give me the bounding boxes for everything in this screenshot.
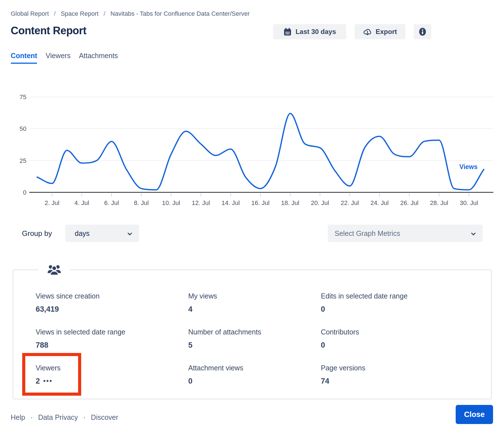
svg-text:6. Jul: 6. Jul bbox=[104, 199, 119, 206]
stat-edits-in-range: Edits in selected date range 0 bbox=[321, 292, 408, 314]
page-title: Content Report bbox=[11, 25, 87, 37]
data-privacy-link[interactable]: Data Privacy bbox=[38, 413, 78, 421]
stat-page-versions: Page versions 74 bbox=[321, 364, 365, 386]
stat-attachment-views: Attachment views 0 bbox=[188, 364, 243, 386]
date-range-button[interactable]: Last 30 days bbox=[273, 24, 346, 39]
cloud-download-icon bbox=[363, 27, 372, 36]
footer-separator: · bbox=[80, 413, 89, 421]
svg-text:22. Jul: 22. Jul bbox=[341, 199, 359, 206]
svg-text:75: 75 bbox=[20, 94, 26, 101]
svg-text:2. Jul: 2. Jul bbox=[45, 199, 60, 206]
stat-value: 5 bbox=[188, 341, 261, 350]
svg-text:0: 0 bbox=[23, 189, 26, 196]
calendar-icon bbox=[283, 28, 292, 36]
svg-text:18. Jul: 18. Jul bbox=[281, 199, 299, 206]
stat-value: 74 bbox=[321, 377, 365, 386]
svg-text:28. Jul: 28. Jul bbox=[430, 199, 448, 206]
tab-content[interactable]: Content bbox=[11, 52, 37, 64]
group-by-label: Group by bbox=[22, 225, 52, 242]
stats-card: Views since creation 63,419 My views 4 E… bbox=[13, 270, 492, 399]
breadcrumb-page[interactable]: Navitabs - Tabs for Confluence Data Cent… bbox=[110, 10, 250, 17]
tab-attachments[interactable]: Attachments bbox=[79, 52, 118, 64]
svg-text:16. Jul: 16. Jul bbox=[251, 199, 270, 206]
svg-text:8. Jul: 8. Jul bbox=[134, 199, 149, 206]
people-group-icon bbox=[47, 264, 61, 276]
date-range-label: Last 30 days bbox=[296, 28, 336, 36]
svg-text:26. Jul: 26. Jul bbox=[400, 199, 419, 206]
stat-label: Views since creation bbox=[36, 292, 99, 300]
tab-viewers[interactable]: Viewers bbox=[46, 52, 70, 64]
stat-my-views: My views 4 bbox=[188, 292, 217, 314]
breadcrumb-global-report[interactable]: Global Report bbox=[11, 10, 49, 17]
stat-views-since-creation: Views since creation 63,419 bbox=[36, 292, 99, 314]
stat-value: 2 ••• bbox=[36, 377, 60, 386]
stat-views-in-range: Views in selected date range 788 bbox=[36, 328, 125, 350]
stat-label: Number of attachments bbox=[188, 328, 261, 336]
svg-text:10. Jul: 10. Jul bbox=[162, 199, 180, 206]
info-icon bbox=[418, 27, 427, 36]
svg-text:50: 50 bbox=[20, 125, 26, 132]
breadcrumb-separator: / bbox=[51, 10, 59, 17]
svg-text:Views: Views bbox=[459, 163, 478, 170]
stat-value: 63,419 bbox=[36, 305, 99, 314]
help-link[interactable]: Help bbox=[11, 413, 25, 421]
views-line-chart: 02550752. Jul4. Jul6. Jul8. Jul10. Jul12… bbox=[11, 70, 494, 211]
svg-text:20. Jul: 20. Jul bbox=[311, 199, 329, 206]
stat-value: 4 bbox=[188, 305, 217, 314]
export-label: Export bbox=[376, 28, 397, 36]
stat-label: Attachment views bbox=[188, 364, 243, 372]
breadcrumb-space-report[interactable]: Space Report bbox=[61, 10, 99, 17]
stat-value: 0 bbox=[188, 377, 243, 386]
info-button[interactable] bbox=[414, 24, 431, 39]
svg-text:30. Jul: 30. Jul bbox=[460, 199, 478, 206]
stat-label: Edits in selected date range bbox=[321, 292, 408, 300]
svg-text:24. Jul: 24. Jul bbox=[371, 199, 389, 206]
stat-value: 0 bbox=[321, 341, 359, 350]
stat-label: Views in selected date range bbox=[36, 328, 125, 336]
stat-viewers: Viewers 2 ••• bbox=[36, 364, 60, 386]
chevron-down-icon bbox=[470, 231, 476, 239]
stat-label: My views bbox=[188, 292, 217, 300]
svg-text:14. Jul: 14. Jul bbox=[222, 199, 240, 206]
group-by-value: days bbox=[75, 229, 90, 238]
breadcrumb-separator: / bbox=[100, 10, 109, 17]
svg-text:12. Jul: 12. Jul bbox=[192, 199, 210, 206]
stat-label: Contributors bbox=[321, 328, 359, 336]
card-icon-patch bbox=[38, 263, 70, 277]
chevron-down-icon bbox=[127, 231, 133, 239]
show-more-viewers-button[interactable]: ••• bbox=[43, 378, 53, 384]
viewers-count: 2 bbox=[36, 377, 40, 386]
graph-metrics-placeholder: Select Graph Metrics bbox=[335, 229, 400, 238]
stat-label: Page versions bbox=[321, 364, 365, 372]
svg-text:4. Jul: 4. Jul bbox=[74, 199, 89, 206]
export-button[interactable]: Export bbox=[355, 24, 405, 39]
breadcrumb: Global Report / Space Report / Navitabs … bbox=[11, 10, 250, 17]
close-button[interactable]: Close bbox=[456, 405, 493, 424]
footer: Help · Data Privacy · Discover bbox=[11, 413, 118, 421]
discover-link[interactable]: Discover bbox=[91, 413, 118, 421]
stat-label: Viewers bbox=[36, 364, 60, 372]
stat-value: 788 bbox=[36, 341, 125, 350]
stat-number-of-attachments: Number of attachments 5 bbox=[188, 328, 261, 350]
stat-contributors: Contributors 0 bbox=[321, 328, 359, 350]
footer-separator: · bbox=[27, 413, 36, 421]
content-report-dialog: Global Report / Space Report / Navitabs … bbox=[0, 0, 504, 433]
group-by-select[interactable]: days bbox=[65, 225, 139, 242]
tab-bar: Content Viewers Attachments bbox=[11, 52, 118, 64]
stat-value: 0 bbox=[321, 305, 408, 314]
svg-text:25: 25 bbox=[20, 157, 26, 164]
graph-metrics-select[interactable]: Select Graph Metrics bbox=[328, 225, 483, 242]
